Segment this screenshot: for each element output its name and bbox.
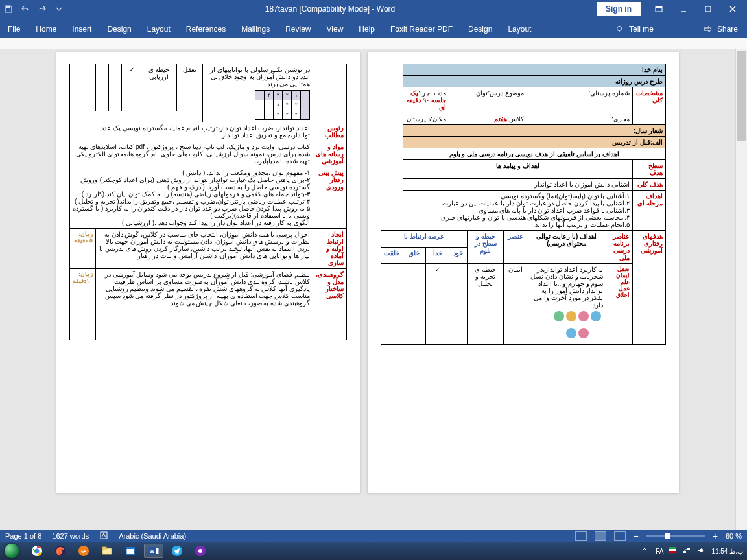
taskbar-firefox-icon[interactable] [51,544,70,558]
close-icon[interactable] [726,3,739,16]
tell-me-search[interactable]: Tell me [629,25,654,34]
status-words[interactable]: 1627 words [52,532,89,540]
start-button[interactable] [0,542,23,560]
ijad-label: ایجاد ارتباط اولیه و آماده سازی [313,229,347,269]
ijad-time: زمان: ۵ دقیقه [70,229,96,269]
taskbar-chrome-icon[interactable] [27,544,47,558]
print-layout-icon[interactable] [595,531,606,541]
raftari-label: هدفهای رفتاری آموزشی [633,231,666,345]
tab-file[interactable]: File [0,21,28,38]
tab-layout[interactable]: Layout [139,21,178,38]
pish-label: پیش بینی رفتار ورودی [313,167,347,229]
svg-rect-15 [127,549,134,554]
svg-rect-22 [669,547,676,549]
taskbar-telegram-icon[interactable] [167,544,187,558]
tab-insert[interactable]: Insert [64,21,99,38]
tab-foxit[interactable]: Foxit Reader PDF [383,21,460,38]
vertical-scrollbar[interactable] [735,49,747,531]
row2-c3: حیطه ی تجزیه و تحلیل [468,264,504,345]
maximize-icon[interactable] [702,3,715,16]
sign-in-button[interactable]: Sign in [597,2,641,16]
tray-flag-icon[interactable] [669,546,678,555]
tab-design[interactable]: Design [99,21,139,38]
zoom-level[interactable]: 60 % [726,532,742,540]
taskbar-app-icon[interactable] [191,544,210,558]
row2-c2: ایمان [504,264,527,345]
taskbar-word-icon[interactable]: W [144,544,163,558]
scrollbar-thumb[interactable] [737,51,746,141]
school-cell: مکان:دبیرستان [403,113,449,125]
level-header: سطح هدف [633,160,666,179]
read-mode-icon[interactable] [575,531,587,541]
taskbar-calendar-icon[interactable] [121,544,140,558]
tab-home[interactable]: Home [28,21,64,38]
page-1[interactable]: بنام خدا طرح درس روزانه مشخصات کلی شماره… [368,52,679,493]
tab-table-design[interactable]: Design [460,21,500,38]
kolli-text: آشنایی دانش آموزان با اعداد تواندار [403,179,632,191]
window-title: 187tavan [Compatibility Mode] - Word [64,5,597,14]
personnel-cell: شماره پرسنلی: [527,88,633,113]
redo-icon[interactable] [38,5,47,14]
pish-text: ۱- مفهوم توان ،مجذور ومکعب را بداند. ( د… [70,167,313,229]
minimize-icon[interactable] [677,3,690,16]
checkmark: ✓ [426,264,449,345]
taskbar-eitaa-icon[interactable] [74,544,93,558]
status-language[interactable]: Arabic (Saudi Arabia) [119,532,186,540]
svg-rect-2 [656,6,662,8]
status-bar: Page 1 of 8 1627 words Arabic (Saudi Ara… [0,530,747,542]
svg-rect-25 [683,551,686,553]
document-area: ✥ در نوشتن تکثیر سلولی با تواناییهای از … [0,38,747,531]
tray-network-icon[interactable] [683,546,692,555]
group-text: تنظیم فضای آموزشی: قبل از شروع تدریس توج… [96,269,313,340]
taskbar-explorer-icon[interactable] [97,544,117,558]
svg-rect-4 [706,6,711,12]
family-illustration [551,311,603,342]
sub-khoda: خدا [426,247,449,264]
svg-rect-24 [669,551,676,553]
goals-header: اهداف بر اساس تلفیقی از هدف نویسی برنامه… [403,148,665,160]
group-time: زمان: ۱۰دقیقه [70,269,96,340]
marhale-label: اهداف مرحله ای [633,191,666,231]
status-page[interactable]: Page 1 of 8 [5,532,42,540]
tab-review[interactable]: Review [278,21,318,38]
tab-help[interactable]: Help [351,21,383,38]
mavad-label: مواد و رسانه های آموزشی [313,141,347,167]
proofing-icon[interactable] [99,531,108,541]
zoom-in-button[interactable]: + [713,531,718,541]
zoom-slider[interactable] [646,535,705,537]
undo-icon[interactable] [21,5,30,14]
marhale-text: ۱.آشنایی با توان (پایه،(توان)نما) وگسترد… [403,191,632,231]
svg-rect-0 [6,6,10,8]
tray-volume-icon[interactable] [697,546,706,555]
tray-time[interactable]: 11:54 [711,548,728,555]
anas-label: عناصر برنامه درسی ملی [606,231,633,264]
tab-view[interactable]: View [319,21,351,38]
web-layout-icon[interactable] [614,531,626,541]
taskbar: W FA ب.ظ 11:54 [0,542,747,560]
row2-text: به کاربرد اعداد تواندار،در شجرنامه و نشا… [530,266,603,309]
group-label: گروهبندی، مدل و ساختار کلاسی [313,269,347,340]
share-button[interactable]: Share [717,25,738,34]
tab-mailings[interactable]: Mailings [233,21,278,38]
ribbon-display-options-icon[interactable] [652,3,665,16]
tray-language[interactable]: FA [656,548,663,555]
tray-ampm: ب.ظ [729,548,743,555]
ruler[interactable] [0,38,747,49]
save-icon[interactable] [4,5,13,14]
plan-title: طرح درس روزانه [403,76,665,88]
qat-customize-icon[interactable] [54,5,64,14]
specs-label: مشخصات کلی [633,88,666,125]
page-2[interactable]: در نوشتن تکثیر سلولی با تواناییهای از عد… [56,52,360,493]
class-label: کلاس: [507,115,524,122]
year-motto: شعار سال: [403,125,665,137]
class-value: هفتم [494,115,507,122]
duration-label: مدت اجرا: [418,89,446,97]
zoom-out-button[interactable]: − [634,531,639,541]
cell-taq: تعقل [177,64,203,111]
tab-table-layout[interactable]: Layout [500,21,539,38]
tray-chevron-icon[interactable] [641,546,650,555]
alef-section: الف:قبل از تدریس [403,137,665,148]
zoom-slider-thumb[interactable] [665,533,670,539]
svg-point-5 [617,27,621,31]
tab-references[interactable]: References [178,21,233,38]
